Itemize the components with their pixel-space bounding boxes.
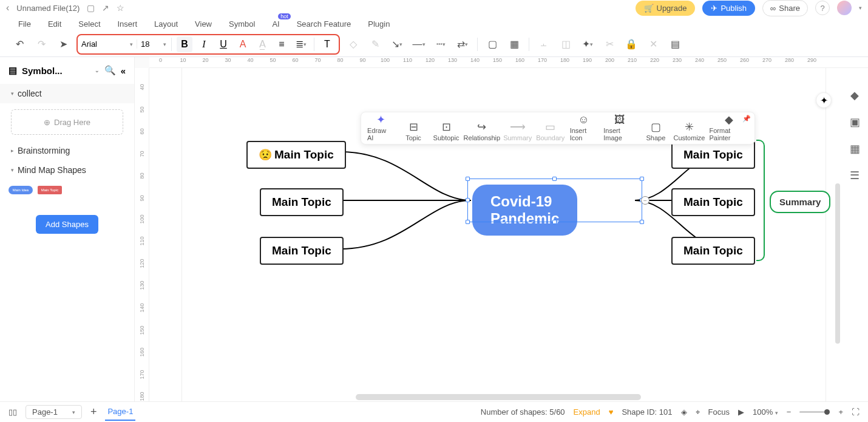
menu-lines-icon[interactable]: ☰ — [847, 168, 863, 183]
distribute-icon[interactable]: ◫ — [557, 36, 574, 53]
font-size-options[interactable]: A̲ — [254, 36, 270, 52]
upgrade-button[interactable]: 🛒 Upgrade — [636, 1, 696, 16]
drag-here-box[interactable]: ⊕Drag Here — [11, 109, 123, 135]
connector-icon[interactable]: ↘▾ — [388, 36, 405, 53]
node-right-2[interactable]: Main Topic — [671, 188, 755, 216]
expand-link[interactable]: Expand — [574, 407, 600, 417]
help-icon[interactable]: ? — [815, 1, 830, 15]
menu-view[interactable]: View — [195, 19, 212, 29]
properties-panel-icon[interactable]: ▣ — [847, 114, 863, 130]
shape-thumb-main[interactable]: Main Idea — [8, 186, 33, 194]
tools-icon[interactable]: ✕ — [645, 36, 662, 53]
node-left-1[interactable]: 😟Main Topic — [246, 141, 346, 169]
shape-thumb-sub[interactable]: Main Topic — [38, 186, 62, 194]
bold-button[interactable]: B — [177, 36, 192, 52]
table-icon[interactable]: ▦ — [506, 36, 523, 53]
layers-icon[interactable]: ▤ — [666, 36, 683, 53]
avatar[interactable] — [837, 1, 852, 15]
zoom-value[interactable]: 100% ▾ — [753, 407, 778, 417]
undo-icon[interactable]: ↶ — [11, 36, 28, 53]
filename[interactable]: Unnamed File(12) — [16, 4, 80, 13]
ctx-boundary[interactable]: ▭Boundary — [537, 121, 564, 141]
ctx-relationship[interactable]: ↪Relationship — [466, 121, 498, 141]
menu-layout[interactable]: Layout — [154, 19, 178, 29]
layers-status-icon[interactable]: ◈ — [681, 407, 687, 417]
zoom-slider[interactable] — [799, 411, 830, 413]
line-color-icon[interactable]: ✎ — [367, 36, 384, 53]
align-left-icon[interactable]: ⫠ — [535, 36, 552, 53]
menu-insert[interactable]: Insert — [118, 19, 138, 29]
menu-symbol[interactable]: Symbol — [229, 19, 255, 29]
menu-plugin[interactable]: Plugin — [368, 19, 390, 29]
cursor-icon[interactable]: ➤ — [55, 36, 72, 53]
ctx-customize[interactable]: ✳Customize — [675, 121, 703, 141]
section-mind-map-shapes[interactable]: ▾Mind Map Shapes — [0, 160, 134, 180]
ai-badge-icon[interactable]: ✦ — [816, 92, 832, 108]
ctx-topic[interactable]: ⊟Topic — [400, 121, 427, 141]
focus-label[interactable]: Focus — [708, 407, 730, 417]
sidebar-search-icon[interactable]: 🔍 — [104, 65, 116, 76]
section-collect[interactable]: ▾collect — [0, 84, 134, 103]
library-icon[interactable]: ▤ — [8, 65, 17, 76]
node-left-2[interactable]: Main Topic — [260, 188, 344, 216]
font-size-select[interactable]: 18▾ — [141, 39, 166, 49]
page-tab[interactable]: Page-1 — [105, 403, 135, 421]
avatar-caret-icon[interactable]: ▾ — [859, 5, 862, 11]
play-icon[interactable]: ▶ — [738, 407, 744, 417]
effects-icon[interactable]: ✦▾ — [579, 36, 596, 53]
fill-panel-icon[interactable]: ◆ — [847, 87, 863, 103]
menu-ai[interactable]: AIhot — [272, 19, 279, 29]
ctx-shape[interactable]: ▢Shape — [642, 121, 669, 141]
menu-file[interactable]: File — [18, 19, 31, 29]
star-icon[interactable]: ☆ — [117, 3, 124, 13]
ctx-insert-icon[interactable]: ☺Insert Icon — [570, 114, 598, 141]
node-left-3[interactable]: Main Topic — [260, 237, 344, 265]
align-v-button[interactable]: ≣▾ — [293, 36, 309, 52]
arrow-style-icon[interactable]: ⇄▾ — [454, 36, 471, 53]
ctx-edraw-ai[interactable]: ✦Edraw AI — [367, 114, 394, 141]
redo-icon[interactable]: ↷ — [33, 36, 50, 53]
underline-button[interactable]: U — [215, 36, 231, 52]
horizontal-scrollbar[interactable] — [356, 394, 641, 400]
save-icon[interactable]: ▢ — [87, 3, 95, 13]
page-select[interactable]: Page-1▾ — [25, 405, 82, 419]
canvas[interactable]: 😟Main Topic Main Topic Main Topic Covid-… — [149, 68, 868, 401]
node-right-3[interactable]: Main Topic — [671, 237, 755, 265]
heart-icon[interactable]: ♥ — [609, 407, 614, 417]
line-dash-icon[interactable]: ┄▾ — [432, 36, 449, 53]
align-h-button[interactable]: ≡ — [274, 36, 290, 52]
font-name-select[interactable]: Arial▾ — [81, 39, 137, 49]
publish-button[interactable]: ✈ Publish — [702, 1, 755, 16]
pages-panel-icon[interactable]: ▯▯ — [8, 407, 17, 417]
sidebar-title-caret[interactable]: ⌄ — [95, 67, 100, 73]
zoom-in-icon[interactable]: + — [838, 407, 843, 417]
lock-icon[interactable]: 🔒 — [623, 36, 640, 53]
open-external-icon[interactable]: ↗ — [102, 3, 109, 13]
crop-icon[interactable]: ✂ — [601, 36, 618, 53]
fill-icon[interactable]: ◇ — [345, 36, 362, 53]
section-brainstorming[interactable]: ▸Brainstorming — [0, 141, 134, 160]
node-right-1[interactable]: Main Topic — [671, 141, 755, 169]
fullscreen-icon[interactable]: ⛶ — [852, 407, 860, 417]
vertical-scrollbar[interactable] — [835, 183, 840, 344]
image-icon[interactable]: ▢ — [484, 36, 501, 53]
grid-panel-icon[interactable]: ▦ — [847, 141, 863, 157]
add-node-icon[interactable]: − — [641, 196, 649, 205]
ctx-insert-image[interactable]: 🖼Insert Image — [603, 114, 636, 141]
add-shapes-button[interactable]: Add Shapes — [36, 215, 98, 234]
menu-select[interactable]: Select — [78, 19, 100, 29]
ctx-subtopic[interactable]: ⊡Subtopic — [433, 121, 459, 141]
target-icon[interactable]: ⌖ — [696, 407, 700, 417]
ctx-pin-icon[interactable]: 📌 — [742, 115, 751, 123]
zoom-out-icon[interactable]: − — [787, 407, 792, 417]
font-color-button[interactable]: A — [235, 36, 251, 52]
line-style-icon[interactable]: —▾ — [410, 36, 427, 53]
share-button[interactable]: ∞ Share — [762, 0, 808, 16]
ctx-summary[interactable]: ⟶Summary — [504, 121, 531, 141]
summary-node[interactable]: Summary — [770, 191, 830, 213]
add-page-icon[interactable]: + — [90, 406, 97, 418]
sidebar-collapse-icon[interactable]: « — [121, 66, 126, 76]
menu-search-feature[interactable]: Search Feature — [297, 19, 351, 29]
text-box-button[interactable]: T — [319, 36, 335, 52]
menu-edit[interactable]: Edit — [48, 19, 61, 29]
